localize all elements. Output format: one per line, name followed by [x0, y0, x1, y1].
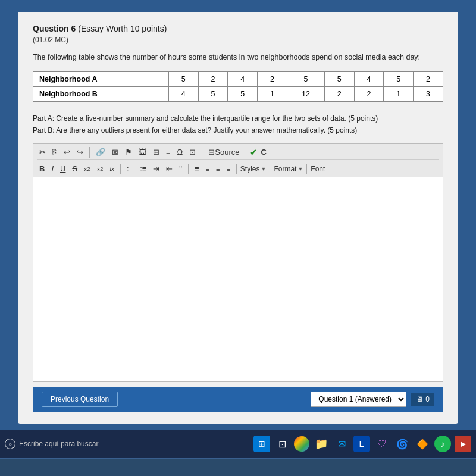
align-right-button[interactable]: ≡ — [214, 164, 222, 174]
unlink-button[interactable]: ⊠ — [109, 146, 121, 158]
align-left-button[interactable]: ≡ — [192, 163, 202, 174]
table-button[interactable]: ⊞ — [151, 146, 162, 158]
search-label[interactable]: Escribe aquí para buscar — [19, 440, 98, 448]
orange-icon[interactable]: 🔶 — [414, 436, 431, 452]
italic-button[interactable]: I — [49, 163, 56, 174]
counter-icon: 🖥 — [416, 395, 423, 403]
neighborhood-a-label: Neighborhood A — [33, 71, 169, 86]
superscript-button[interactable]: x2 — [95, 164, 106, 174]
undo-button[interactable]: ↩ — [61, 146, 73, 158]
laptop-screen: Question 6 (Essay Worth 10 points) (01.0… — [0, 0, 476, 430]
separator — [202, 147, 202, 158]
blockquote-button[interactable]: " — [177, 163, 184, 174]
separator — [246, 147, 246, 158]
table-row: Neighborhood B 4 5 5 1 12 2 2 1 3 — [33, 86, 443, 101]
previous-question-button[interactable]: Previous Question — [42, 392, 118, 407]
shield-icon[interactable]: 🛡 — [374, 436, 390, 452]
question-select[interactable]: Question 1 (Answered) — [311, 392, 406, 407]
omega-button[interactable]: Ω — [175, 146, 186, 158]
separator — [270, 164, 270, 174]
task-view-icon[interactable]: ⊡ — [274, 436, 290, 452]
source-icon: ⊟ — [208, 148, 215, 156]
list-button[interactable]: ≡ — [164, 146, 173, 158]
subscript-button[interactable]: x2 — [82, 164, 93, 174]
font-dropdown[interactable]: Font — [311, 165, 325, 173]
format-dropdown[interactable]: Format ▼ — [274, 165, 303, 173]
format-label: Format — [274, 165, 296, 173]
cut-button[interactable]: ✂ — [37, 146, 48, 158]
search-icon: ○ — [5, 439, 15, 449]
unordered-list-button[interactable]: :≡ — [137, 163, 149, 174]
counter-value: 0 — [425, 395, 430, 403]
spotify-icon[interactable]: ♪ — [434, 436, 451, 452]
copy-button[interactable]: ⎘ — [50, 146, 60, 158]
mail-icon[interactable]: ✉ — [333, 436, 350, 452]
outdent-button[interactable]: ⇤ — [164, 163, 175, 174]
part-a-text: Part A: Create a five-number summary and… — [33, 112, 443, 124]
source-label: Source — [215, 148, 239, 156]
link-button[interactable]: 🔗 — [93, 146, 108, 158]
l-icon[interactable]: L — [353, 436, 370, 452]
align-center-button[interactable]: ≡ — [203, 164, 212, 174]
taskbar-search: ○ Escribe aquí para buscar — [5, 439, 98, 449]
clear-button[interactable]: C — [259, 146, 269, 158]
separator — [89, 147, 90, 158]
strikethrough-button[interactable]: S — [70, 163, 80, 174]
editor-area[interactable] — [33, 177, 443, 382]
indent-button[interactable]: ⇥ — [151, 163, 162, 174]
special-chars-button[interactable]: ⊡ — [187, 146, 198, 158]
edge-icon[interactable]: 🌀 — [394, 436, 411, 452]
question-subtitle: (Essay Worth 10 points) — [78, 24, 167, 33]
question-header: Question 6 (Essay Worth 10 points) — [33, 24, 443, 33]
folder-icon[interactable]: 📁 — [313, 436, 330, 452]
intro-text: The following table shows the number of … — [33, 52, 443, 63]
ordered-list-button[interactable]: := — [124, 163, 136, 174]
source-button[interactable]: ⊟ Source — [206, 146, 242, 158]
underline-button[interactable]: U — [58, 163, 68, 174]
bottom-nav: Previous Question Question 1 (Answered) … — [33, 387, 443, 412]
table-row: Neighborhood A 5 2 4 2 5 5 4 5 2 — [33, 71, 443, 86]
toolbar-row1: ✂ ⎘ ↩ ↪ 🔗 ⊠ ⚑ 🖼 ⊞ ≡ Ω ⊡ ⊟ Source ✔ — [37, 146, 439, 160]
bold-button[interactable]: B — [37, 163, 47, 174]
content-area: Question 6 (Essay Worth 10 points) (01.0… — [18, 12, 458, 424]
image-button[interactable]: 🖼 — [136, 146, 149, 158]
windows-icon[interactable]: ⊞ — [253, 436, 270, 452]
separator — [120, 164, 121, 174]
editor-toolbar: ✂ ⎘ ↩ ↪ 🔗 ⊠ ⚑ 🖼 ⊞ ≡ Ω ⊡ ⊟ Source ✔ — [33, 143, 443, 177]
question-title: Question 6 — [33, 24, 76, 33]
question-select-area: Question 1 (Answered) 🖥 0 — [311, 392, 434, 407]
styles-dropdown[interactable]: Styles ▼ — [240, 165, 267, 173]
align-justify-button[interactable]: ≡ — [224, 164, 232, 174]
separator — [236, 164, 237, 174]
toolbar-row2: B I U S x2 x2 Ix := :≡ ⇥ ⇤ " — [37, 163, 439, 174]
redo-button[interactable]: ↪ — [74, 146, 86, 158]
separator — [306, 164, 307, 174]
format-dropdown-arrow: ▼ — [298, 166, 303, 172]
italic-clear-button[interactable]: Ix — [107, 164, 117, 174]
font-label: Font — [311, 165, 325, 173]
taskbar-icons: ⊞ ⊡ 📁 ✉ L 🛡 🌀 🔶 ♪ ▶ — [253, 436, 471, 452]
part-b-text: Part B: Are there any outliers present f… — [33, 124, 443, 136]
red-icon[interactable]: ▶ — [455, 436, 471, 452]
laptop-bottom — [0, 458, 476, 476]
data-table: Neighborhood A 5 2 4 2 5 5 4 5 2 Neighbo… — [33, 71, 443, 102]
styles-dropdown-arrow: ▼ — [261, 166, 267, 172]
checkmark-icon: ✔ — [250, 148, 257, 157]
chrome-icon[interactable] — [294, 436, 309, 452]
taskbar: ○ Escribe aquí para buscar ⊞ ⊡ 📁 ✉ L 🛡 🌀… — [0, 430, 476, 458]
part-instructions: Part A: Create a five-number summary and… — [33, 112, 443, 137]
neighborhood-b-label: Neighborhood B — [33, 86, 169, 101]
separator — [188, 164, 189, 174]
mc-label: (01.02 MC) — [33, 36, 443, 44]
styles-label: Styles — [240, 165, 260, 173]
anchor-button[interactable]: ⚑ — [123, 146, 134, 158]
question-counter: 🖥 0 — [411, 393, 434, 406]
